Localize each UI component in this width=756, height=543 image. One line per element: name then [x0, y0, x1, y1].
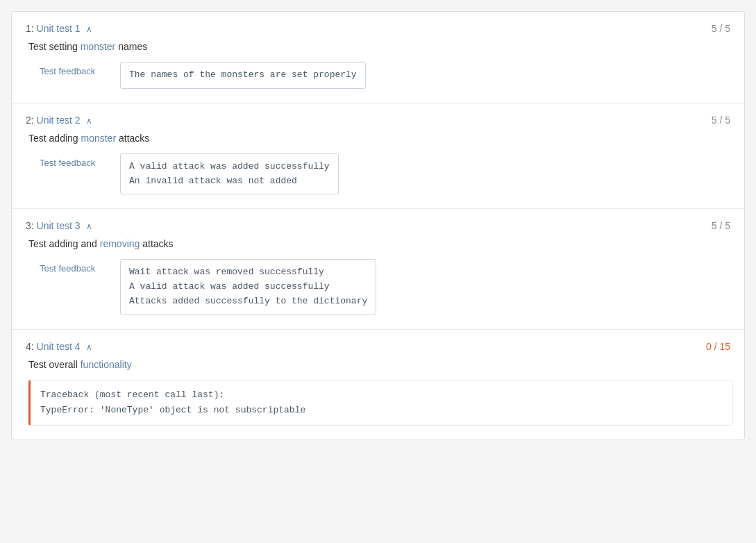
feedback-label-2: Test feedback [40, 153, 109, 168]
chevron-icon: ∧ [86, 222, 92, 231]
feedback-line: A valid attack was added successfully [129, 280, 367, 294]
unit-title-1[interactable]: 1: Unit test 1 ∧ [26, 23, 92, 34]
unit-description-3: Test adding and removing attacks [28, 238, 730, 249]
feedback-line: An invalid attack was not added [129, 174, 330, 189]
feedback-label-3: Test feedback [40, 259, 109, 274]
unit-header-4: 4: Unit test 4 ∧0 / 15 [26, 341, 730, 352]
unit-score-1: 5 / 5 [712, 23, 730, 34]
feedback-label-1: Test feedback [40, 62, 109, 76]
error-line: TypeError: 'NoneType' object is not subs… [40, 403, 723, 418]
unit-title-3[interactable]: 3: Unit test 3 ∧ [26, 220, 92, 231]
chevron-icon: ∧ [86, 24, 92, 34]
unit-header-1: 1: Unit test 1 ∧5 / 5 [26, 23, 730, 34]
unit-description-4: Test overall functionality [28, 359, 730, 370]
unit-title-4[interactable]: 4: Unit test 4 ∧ [26, 341, 92, 352]
unit-section-1: 1: Unit test 1 ∧5 / 5Test setting monste… [12, 12, 744, 103]
unit-score-3: 5 / 5 [712, 220, 730, 231]
unit-description-1: Test setting monster names [28, 41, 730, 52]
unit-section-2: 2: Unit test 2 ∧5 / 5Test adding monster… [12, 103, 744, 210]
feedback-row-1: Test feedbackThe names of the monsters a… [40, 62, 730, 89]
feedback-box-2: A valid attack was added successfullyAn … [120, 153, 339, 195]
unit-description-2: Test adding monster attacks [28, 133, 730, 144]
unit-header-2: 2: Unit test 2 ∧5 / 5 [26, 115, 730, 126]
feedback-line: Wait attack was removed successfully [129, 265, 367, 280]
unit-section-3: 3: Unit test 3 ∧5 / 5Test adding and rem… [12, 209, 744, 329]
unit-score-4: 0 / 15 [706, 341, 730, 352]
error-box-4: Traceback (most recent call last):TypeEr… [28, 380, 733, 426]
chevron-icon: ∧ [86, 116, 92, 126]
unit-score-2: 5 / 5 [712, 115, 730, 126]
chevron-icon: ∧ [86, 342, 92, 352]
feedback-box-3: Wait attack was removed successfullyA va… [120, 259, 376, 315]
feedback-line: A valid attack was added successfully [129, 160, 330, 174]
feedback-line: Attacks added successfully to the dictio… [129, 294, 367, 309]
unit-title-2[interactable]: 2: Unit test 2 ∧ [26, 115, 92, 126]
unit-header-3: 3: Unit test 3 ∧5 / 5 [26, 220, 730, 231]
test-results-container: 1: Unit test 1 ∧5 / 5Test setting monste… [11, 11, 745, 440]
feedback-row-3: Test feedbackWait attack was removed suc… [40, 259, 730, 315]
error-line: Traceback (most recent call last): [40, 387, 723, 403]
feedback-box-1: The names of the monsters are set proper… [120, 62, 366, 89]
feedback-line: The names of the monsters are set proper… [129, 68, 357, 83]
feedback-row-2: Test feedbackA valid attack was added su… [40, 153, 730, 195]
unit-section-4: 4: Unit test 4 ∧0 / 15Test overall funct… [12, 330, 744, 440]
